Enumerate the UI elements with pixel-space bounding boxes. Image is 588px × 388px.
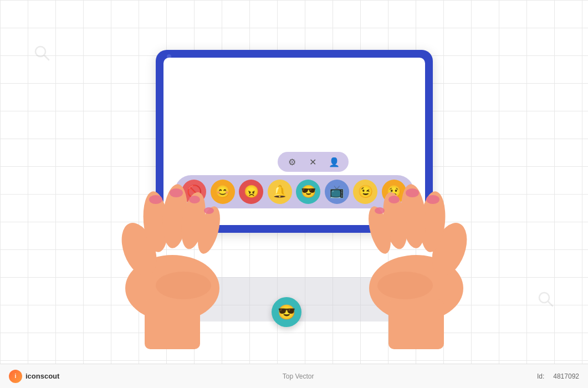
id-value: 4817092 [553, 372, 579, 380]
emoji-cool[interactable]: 😎 [296, 180, 320, 204]
tablet-device: ⚙ ✕ 👤 🚫 😊 😠 🔔 😎 📺 😉 😢 [156, 50, 433, 233]
tablet-screen: ⚙ ✕ 👤 🚫 😊 😠 🔔 😎 📺 😉 😢 [163, 58, 425, 225]
brand-logo: i iconscout [9, 370, 59, 383]
svg-point-1 [115, 218, 163, 280]
id-label: Id: [537, 372, 544, 380]
bottom-center: Top Vector [283, 372, 314, 380]
brand-name: iconscout [25, 372, 59, 380]
bottom-right-section: Id: 4817092 [537, 372, 579, 380]
emoji-bar: 🚫 😊 😠 🔔 😎 📺 😉 😢 [175, 175, 414, 208]
emoji-wink[interactable]: 😉 [353, 180, 377, 204]
scene-container: ⚙ ✕ 👤 🚫 😊 😠 🔔 😎 📺 😉 😢 😎 [100, 33, 488, 355]
emoji-block[interactable]: 🚫 [182, 180, 206, 204]
top-vector-label: Top Vector [283, 372, 314, 380]
close-icon[interactable]: ✕ [306, 155, 320, 169]
bottom-bar: i iconscout Top Vector Id: 4817092 [0, 364, 588, 388]
toolbar-popup: ⚙ ✕ 👤 [278, 152, 349, 172]
emoji-sad[interactable]: 😢 [382, 180, 406, 204]
emoji-smile[interactable]: 😊 [211, 180, 235, 204]
dragged-emoji: 😎 [272, 297, 301, 327]
main-illustration: ⚙ ✕ 👤 🚫 😊 😠 🔔 😎 📺 😉 😢 😎 [0, 0, 588, 388]
emoji-angry[interactable]: 😠 [239, 180, 263, 204]
emoji-bell[interactable]: 🔔 [268, 180, 292, 204]
svg-line-25 [44, 55, 49, 60]
search-circle-top-left [33, 44, 51, 64]
bottom-left-section: i iconscout [9, 370, 59, 383]
settings-icon[interactable]: ⚙ [285, 155, 299, 169]
search-circle-bottom-right [537, 290, 555, 310]
svg-point-13 [425, 218, 473, 280]
svg-line-27 [548, 302, 553, 306]
logo-icon: i [9, 370, 22, 383]
emoji-tv[interactable]: 📺 [325, 180, 349, 204]
avatar-icon[interactable]: 👤 [328, 155, 341, 169]
